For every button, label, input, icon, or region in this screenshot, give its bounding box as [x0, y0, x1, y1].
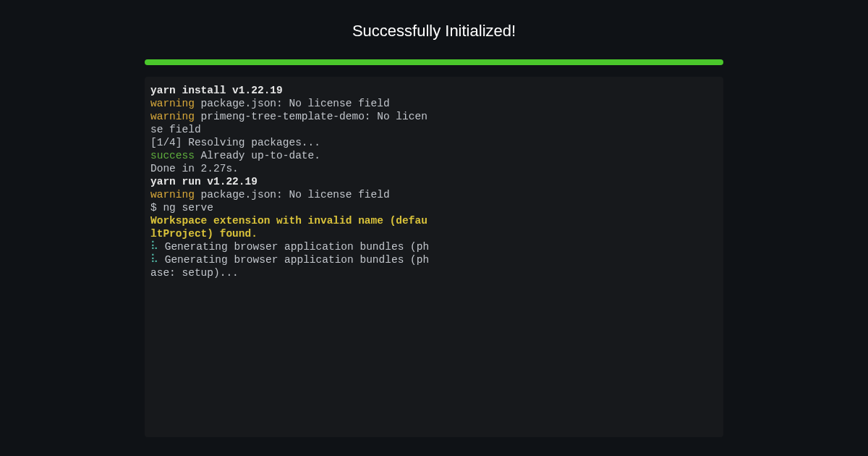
terminal-text: Generating browser application bundles (…	[158, 241, 429, 253]
terminal-text: Generating browser application bundles (…	[158, 254, 429, 266]
terminal-line: warning package.json: No license field	[150, 188, 718, 201]
terminal-line: ltProject) found.	[150, 227, 718, 240]
spinner-icon: ⠧	[150, 241, 158, 253]
terminal-line: ⠧ Generating browser application bundles…	[150, 240, 718, 253]
terminal-line: ⠧ Generating browser application bundles…	[150, 253, 718, 266]
terminal-line: warning primeng-tree-template-demo: No l…	[150, 110, 718, 123]
terminal-text: package.json: No license field	[195, 98, 390, 109]
terminal-text: ase: setup)...	[150, 267, 239, 279]
warning-label: warning	[150, 111, 195, 122]
terminal-line: warning package.json: No license field	[150, 97, 718, 110]
terminal-line: success Already up-to-date.	[150, 149, 718, 162]
terminal-line: yarn install v1.22.19	[150, 84, 718, 97]
success-label: success	[150, 150, 195, 161]
progress-bar	[145, 59, 723, 65]
warning-label: warning	[150, 189, 195, 200]
terminal-text: se field	[150, 124, 201, 135]
terminal-line: Workspace extension with invalid name (d…	[150, 214, 718, 227]
terminal-line: Done in 2.27s.	[150, 162, 718, 175]
terminal-text: $ ng serve	[150, 202, 213, 214]
terminal-text: Workspace extension with invalid name (d…	[150, 215, 427, 227]
spinner-icon: ⠧	[150, 254, 158, 266]
terminal-text: Done in 2.27s.	[150, 163, 239, 174]
page-title: Successfully Initialized!	[352, 22, 516, 41]
terminal-text: ltProject) found.	[150, 228, 258, 240]
terminal-line: [1/4] Resolving packages...	[150, 136, 718, 149]
terminal-line: ase: setup)...	[150, 266, 718, 279]
terminal-output[interactable]: yarn install v1.22.19 warning package.js…	[145, 77, 723, 437]
terminal-text: primeng-tree-template-demo: No licen	[195, 111, 427, 122]
warning-label: warning	[150, 98, 195, 109]
terminal-text: yarn install v1.22.19	[150, 85, 283, 96]
terminal-text: Already up-to-date.	[195, 150, 320, 161]
terminal-line: se field	[150, 123, 718, 136]
terminal-line: $ ng serve	[150, 201, 718, 214]
terminal-text: package.json: No license field	[195, 189, 390, 200]
terminal-line: yarn run v1.22.19	[150, 175, 718, 188]
terminal-text: yarn run v1.22.19	[150, 176, 258, 187]
terminal-text: [1/4] Resolving packages...	[150, 137, 320, 148]
